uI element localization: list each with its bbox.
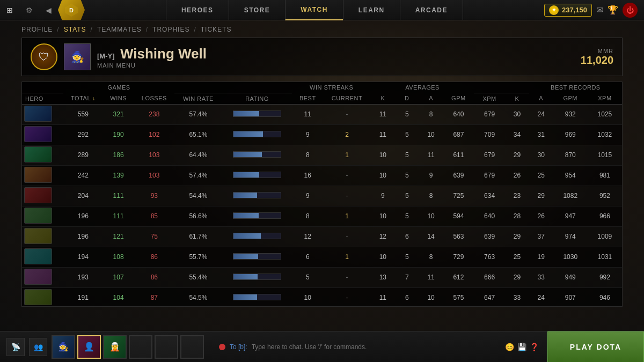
trophy-icon[interactable]: 🏆: [608, 5, 618, 15]
bxpm-cell: 1015: [588, 145, 622, 165]
rating-bar-container: [233, 192, 281, 198]
table-body: 559 321 238 57.4% 11 - 11 5 8 640 679 30…: [22, 104, 622, 307]
th-rating[interactable]: RATING: [222, 93, 292, 104]
table-row: 194 108 86 55.7% 6 1 10 5 8 729 763 25 1…: [22, 247, 622, 267]
th-xpm[interactable]: XPM: [474, 93, 505, 104]
mail-icon[interactable]: ✉: [596, 5, 603, 15]
th-k[interactable]: K: [371, 93, 395, 104]
xpm-cell: 634: [474, 186, 505, 206]
play-dota-button[interactable]: PLAY DOTA: [547, 331, 644, 363]
gpm-cell: 725: [443, 186, 474, 206]
hero-cell: [22, 124, 63, 145]
total-cell: 204: [63, 186, 103, 206]
system-icon-btn[interactable]: ⊞: [0, 0, 19, 20]
stats-table-wrapper[interactable]: GAMES WIN STREAKS AVERAGES BEST RECORDS …: [21, 82, 623, 307]
chat-emoji-icon[interactable]: 😊: [505, 343, 514, 351]
breadcrumb-trophies[interactable]: TROPHIES: [152, 26, 189, 33]
nav-arcade[interactable]: ARCADE: [400, 0, 463, 20]
th-d[interactable]: D: [395, 93, 419, 104]
total-cell: 191: [63, 287, 103, 307]
th-best[interactable]: BEST: [292, 93, 323, 104]
chat-actions: 😊 💾 ❓: [505, 343, 539, 351]
th-bk[interactable]: K: [505, 93, 529, 104]
main-content: PROFILE / STATS / TEAMMATES / TROPHIES /…: [0, 20, 644, 312]
a-cell: 8: [419, 247, 443, 267]
hero-portrait[interactable]: [24, 208, 52, 224]
hero-portrait[interactable]: [24, 146, 52, 162]
winrate-cell: 57.4%: [174, 165, 222, 186]
nav-links: HEROES STORE WATCH LEARN ARCADE: [85, 0, 544, 20]
breadcrumb-teammates[interactable]: TEAMMATES: [97, 26, 142, 33]
rating-bar-container: [233, 212, 281, 219]
th-a[interactable]: A: [419, 93, 443, 104]
hero-portrait[interactable]: [24, 228, 52, 244]
a-cell: 11: [419, 267, 443, 287]
th-wins[interactable]: WINS: [103, 93, 134, 104]
ba-cell: 30: [529, 145, 553, 165]
hero-cell: [22, 247, 63, 267]
th-bxpm[interactable]: XPM: [588, 93, 622, 104]
chat-input[interactable]: [252, 343, 501, 351]
profile-name-block: [M-Y] Wishing Well MAIN MENÜ: [97, 46, 574, 69]
friends-icon-btn[interactable]: 👥: [29, 338, 47, 356]
chat-save-icon[interactable]: 💾: [517, 343, 526, 351]
k-cell: 11: [371, 287, 395, 307]
avatar-tab-4[interactable]: [155, 335, 178, 359]
nav-store[interactable]: STORE: [229, 0, 286, 20]
a-cell: 8: [419, 104, 443, 124]
col-group-empty1: [174, 82, 292, 93]
breadcrumb-tickets[interactable]: TICKETS: [201, 26, 232, 33]
avatar-tab-2[interactable]: 🧝: [103, 335, 127, 359]
current-cell: -: [323, 186, 371, 206]
nav-heroes[interactable]: HEROES: [166, 0, 229, 20]
hero-portrait[interactable]: [24, 106, 52, 122]
radio-icon-btn[interactable]: 📡: [6, 338, 25, 356]
rating-cell: [222, 145, 292, 165]
losses-cell: 238: [134, 104, 174, 124]
chat-help-icon[interactable]: ❓: [530, 343, 539, 351]
hero-portrait[interactable]: [24, 289, 52, 305]
breadcrumb-sep-2: /: [91, 26, 93, 33]
svg-text:D: D: [69, 7, 74, 13]
nav-watch[interactable]: WATCH: [285, 0, 343, 20]
top-navigation: ⊞ ⚙ ◀ D HEROES STORE WATCH LEARN ARCADE …: [0, 0, 644, 20]
rating-cell: [222, 287, 292, 307]
hero-portrait[interactable]: [24, 126, 52, 142]
nav-learn[interactable]: LEARN: [343, 0, 400, 20]
breadcrumb-stats[interactable]: STATS: [64, 26, 86, 33]
avatar-tab-0[interactable]: 🧙: [52, 335, 75, 359]
losses-cell: 93: [134, 186, 174, 206]
winrate-cell: 65.1%: [174, 124, 222, 145]
bk-cell: 29: [505, 267, 529, 287]
bxpm-cell: 1025: [588, 104, 622, 124]
th-winrate[interactable]: WIN RATE: [174, 93, 222, 104]
avatar-tab-3[interactable]: [129, 335, 152, 359]
hero-cell: [22, 165, 63, 186]
chat-indicator: [219, 344, 225, 350]
back-btn[interactable]: ◀: [39, 0, 58, 20]
th-ba[interactable]: A: [529, 93, 553, 104]
breadcrumb-profile[interactable]: PROFILE: [21, 26, 53, 33]
th-losses[interactable]: LOSSES: [134, 93, 174, 104]
avatar-tab-5[interactable]: [180, 335, 204, 359]
rating-cell: [222, 104, 292, 124]
hero-portrait[interactable]: [24, 167, 52, 183]
th-total[interactable]: TOTAL ↓: [63, 93, 103, 104]
bxpm-cell: 1031: [588, 247, 622, 267]
winrate-cell: 55.4%: [174, 267, 222, 287]
settings-icon-btn[interactable]: ⚙: [19, 0, 39, 20]
bgpm-cell: 907: [553, 287, 588, 307]
dota-logo[interactable]: D: [58, 0, 85, 20]
th-gpm[interactable]: GPM: [443, 93, 474, 104]
th-bgpm[interactable]: GPM: [553, 93, 588, 104]
power-button[interactable]: ⏻: [623, 3, 638, 18]
avatar-tab-1[interactable]: 👤: [77, 335, 101, 359]
xpm-cell: 679: [474, 165, 505, 186]
chat-to-label: To [b]:: [230, 343, 247, 351]
hero-portrait[interactable]: [24, 269, 52, 285]
hero-portrait[interactable]: [24, 187, 52, 203]
ba-cell: 37: [529, 226, 553, 247]
th-current[interactable]: CURRENT: [323, 93, 371, 104]
hero-portrait[interactable]: [24, 248, 52, 264]
losses-cell: 85: [134, 206, 174, 226]
